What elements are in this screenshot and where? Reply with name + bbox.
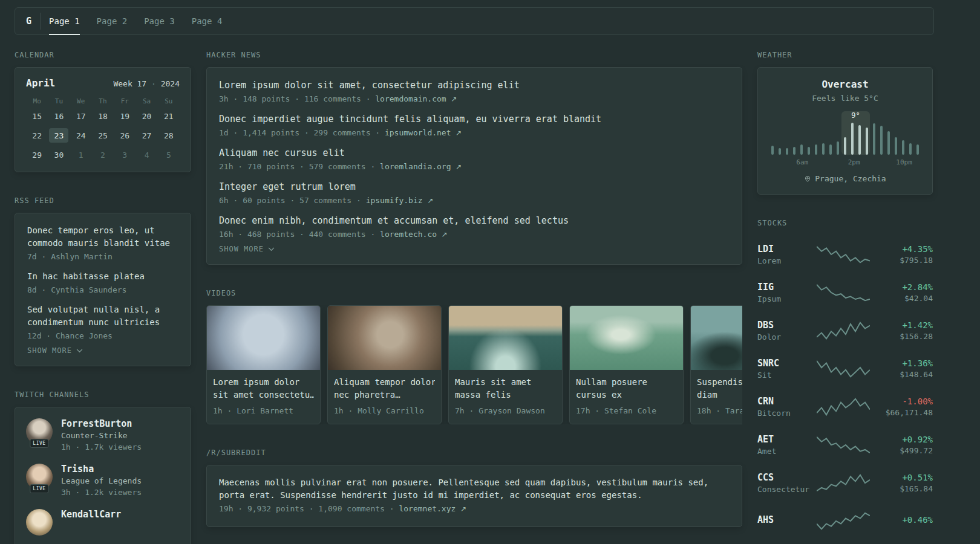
hn-item[interactable]: Donec imperdiet augue tincidunt felis al…: [219, 112, 730, 137]
stock-row[interactable]: CRNBitcorn -1.00%$66,171.48: [757, 387, 933, 426]
twitch-channel-name[interactable]: Trisha: [61, 464, 142, 474]
stock-symbol[interactable]: CRN: [757, 396, 817, 407]
hn-item-link[interactable]: ipsumworld.net ↗: [385, 128, 462, 137]
subreddit-post[interactable]: Maecenas mollis pulvinar erat non posuer…: [219, 476, 730, 513]
hn-item-title[interactable]: Aliquam nec cursus elit: [219, 146, 730, 160]
tab-page-4[interactable]: Page 4: [192, 8, 223, 35]
rss-item[interactable]: Donec tempor eros leo, ut commodo mauris…: [27, 224, 178, 261]
stock-symbol[interactable]: AHS: [757, 514, 817, 525]
stock-symbol[interactable]: AET: [757, 434, 817, 445]
stock-row[interactable]: AETAmet +0.92%$499.72: [757, 426, 933, 464]
video-thumbnail[interactable]: [328, 306, 441, 370]
hn-item-title[interactable]: Lorem ipsum dolor sit amet, consectetur …: [219, 79, 730, 92]
twitch-channel[interactable]: LIVE ForrestBurton Counter-Strike 1h · 1…: [26, 418, 180, 452]
rss-item-meta: 8d · Cynthia Saunders: [27, 285, 178, 294]
stock-symbol[interactable]: CCS: [757, 472, 817, 483]
stock-symbol[interactable]: DBS: [757, 320, 817, 331]
hn-item[interactable]: Lorem ipsum dolor sit amet, consectetur …: [219, 79, 730, 103]
subreddit-post-title[interactable]: Maecenas mollis pulvinar erat non posuer…: [219, 476, 730, 502]
stock-name: Sit: [757, 371, 817, 380]
video-meta: 1h · Lori Barnett: [207, 401, 320, 424]
rss-item-title[interactable]: Sed volutpat nulla nisl, a condimentum n…: [27, 303, 178, 329]
stock-symbol[interactable]: IIG: [757, 282, 817, 293]
twitch-channel[interactable]: LIVE Trisha League of Legends 3h · 1.2k …: [26, 464, 180, 497]
tab-page-1[interactable]: Page 1: [49, 8, 80, 35]
app-logo[interactable]: G: [24, 8, 40, 34]
stock-name: Dolor: [757, 332, 817, 342]
calendar-widget: CALENDAR April Week 17 · 2024 Mo Tu We T…: [15, 51, 191, 172]
rss-show-more-button[interactable]: SHOW MORE: [27, 346, 83, 355]
hn-item[interactable]: Donec enim nibh, condimentum et accumsan…: [219, 214, 730, 239]
stock-name: Bitcorn: [757, 409, 817, 418]
weather-bar: [793, 147, 795, 155]
twitch-channel-name[interactable]: KendallCarr: [61, 509, 121, 520]
avatar[interactable]: LIVE: [26, 464, 53, 490]
hn-show-more-button[interactable]: SHOW MORE: [219, 245, 275, 253]
weather-bar: [822, 143, 825, 155]
rss-widget: RSS FEED Donec tempor eros leo, ut commo…: [15, 196, 191, 366]
video-card[interactable]: Suspendissediam 18h · Tara: [690, 305, 742, 424]
stock-symbol[interactable]: LDI: [757, 244, 817, 254]
video-card[interactable]: Lorem ipsum dolorsit amet consectetu… 1h…: [206, 305, 321, 424]
stock-sparkline: [817, 244, 870, 265]
video-thumbnail[interactable]: [691, 306, 742, 370]
video-thumbnail[interactable]: [207, 306, 320, 370]
stock-row[interactable]: DBSDolor +1.42%$156.28: [757, 311, 933, 349]
hn-item-link[interactable]: loremlandia.org ↗: [380, 162, 462, 171]
hn-item-title[interactable]: Donec imperdiet augue tincidunt felis al…: [219, 112, 730, 126]
video-title[interactable]: Nullam posuerecursus ex: [570, 370, 683, 401]
subreddit-post-link[interactable]: loremnet.xyz ↗: [399, 504, 466, 513]
stock-row[interactable]: CCSConsectetur +0.51%$165.84: [757, 464, 933, 502]
right-column: WEATHER Overcast Feels like 5°C 9° 6am 2…: [757, 51, 933, 544]
rss-item-title[interactable]: Donec tempor eros leo, ut commodo mauris…: [27, 224, 178, 250]
location-pin-icon: [804, 175, 811, 183]
hn-item-title[interactable]: Donec enim nibh, condimentum et accumsan…: [219, 214, 730, 227]
twitch-channel-meta: 3h · 1.2k viewers: [61, 488, 142, 497]
hn-item-link[interactable]: ipsumify.biz ↗: [366, 196, 434, 205]
tab-page-2[interactable]: Page 2: [97, 8, 128, 35]
hn-item-title[interactable]: Integer eget rutrum lorem: [219, 180, 730, 193]
weather-bar: [902, 140, 904, 155]
calendar-day-next-month: 4: [137, 147, 157, 162]
videos-scroller[interactable]: Lorem ipsum dolorsit amet consectetu… 1h…: [206, 305, 742, 424]
video-title[interactable]: Suspendissediam: [691, 370, 742, 401]
video-title[interactable]: Lorem ipsum dolorsit amet consectetu…: [207, 370, 320, 401]
twitch-channel-category[interactable]: Counter-Strike: [61, 431, 142, 440]
tab-page-3[interactable]: Page 3: [144, 8, 175, 35]
stock-symbol[interactable]: SNRC: [757, 358, 817, 369]
weather-condition: Overcast: [768, 79, 923, 90]
calendar-day: 18: [93, 109, 113, 123]
rss-item-title[interactable]: In hac habitasse platea: [27, 270, 178, 283]
twitch-channel[interactable]: KendallCarr: [26, 509, 180, 536]
stock-row[interactable]: LDILorem +4.35%$795.18: [757, 235, 933, 273]
subreddit-widget: /R/SUBREDDIT Maecenas mollis pulvinar er…: [206, 448, 742, 527]
top-nav: G Page 1 Page 2 Page 3 Page 4: [15, 7, 934, 35]
hn-item[interactable]: Integer eget rutrum lorem 6h · 60 points…: [219, 180, 730, 205]
stock-row[interactable]: AHS +0.46%: [757, 502, 933, 540]
avatar[interactable]: LIVE: [26, 418, 53, 445]
hn-item-link[interactable]: loremdomain.com ↗: [375, 94, 457, 103]
hn-item-meta: 21h · 710 points · 579 comments · loreml…: [219, 162, 730, 171]
twitch-channel-name[interactable]: ForrestBurton: [61, 418, 142, 429]
stock-row[interactable]: IIGIpsum +2.84%$42.04: [757, 273, 933, 311]
calendar-header: April Week 17 · 2024: [26, 77, 180, 89]
video-title[interactable]: Aliquam tempor dolornec pharetra…: [328, 370, 441, 401]
weather-bar: [844, 137, 846, 155]
hn-item[interactable]: Aliquam nec cursus elit 21h · 710 points…: [219, 146, 730, 171]
twitch-channel-category[interactable]: League of Legends: [61, 476, 142, 485]
avatar[interactable]: [26, 509, 53, 536]
video-thumbnail[interactable]: [449, 306, 562, 370]
hn-item-link[interactable]: loremtech.co ↗: [380, 230, 448, 239]
video-card[interactable]: Aliquam tempor dolornec pharetra… 1h · M…: [327, 305, 442, 424]
video-card[interactable]: Nullam posuerecursus ex 17h · Stefan Col…: [569, 305, 684, 424]
video-thumbnail[interactable]: [570, 306, 683, 370]
video-card[interactable]: Mauris sit ametmassa felis 7h · Grayson …: [448, 305, 563, 424]
stock-row[interactable]: SNRCSit +1.36%$148.64: [757, 349, 933, 387]
video-title[interactable]: Mauris sit ametmassa felis: [449, 370, 562, 401]
weather-card: Overcast Feels like 5°C 9° 6am 2pm 10pm: [757, 67, 933, 195]
weather-widget: WEATHER Overcast Feels like 5°C 9° 6am 2…: [757, 51, 933, 195]
stock-change: +1.42%: [870, 320, 933, 330]
stock-name: Ipsum: [757, 294, 817, 303]
rss-item[interactable]: Sed volutpat nulla nisl, a condimentum n…: [27, 303, 178, 340]
rss-item[interactable]: In hac habitasse platea 8d · Cynthia Sau…: [27, 270, 178, 294]
